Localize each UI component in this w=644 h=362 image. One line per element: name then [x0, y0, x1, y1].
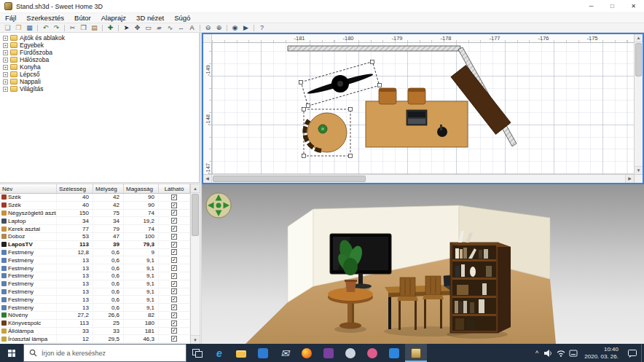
toolbar-new-home-button[interactable]: ❏	[2, 23, 13, 33]
taskbar-app-app-light[interactable]	[339, 344, 361, 362]
furniture-row[interactable]: Festmény 13 0,6 9,1	[0, 272, 200, 280]
furniture-row[interactable]: Festmény 13 0,6 9,1	[0, 304, 200, 312]
taskbar-app-sweet-home-3d[interactable]	[405, 344, 427, 362]
visible-checkbox[interactable]	[171, 242, 177, 248]
catalog-category[interactable]: Konyha	[0, 63, 199, 71]
furniture-row[interactable]: Négyszögletű asztal 150 75 74	[0, 210, 200, 218]
plan-flat-tv[interactable]	[307, 71, 374, 96]
expand-icon[interactable]	[3, 36, 8, 41]
task-view-button[interactable]	[186, 344, 208, 362]
visible-checkbox[interactable]	[171, 202, 177, 208]
visible-checkbox[interactable]	[171, 226, 177, 232]
visible-checkbox[interactable]	[171, 273, 177, 279]
3d-navigation-compass[interactable]	[206, 193, 231, 218]
toolbar-redo-button[interactable]: ↷	[51, 23, 62, 33]
toolbar-add-texts-button[interactable]: A	[186, 23, 197, 33]
visible-checkbox[interactable]	[171, 194, 177, 200]
scroll-down-icon[interactable]: ▼	[635, 166, 643, 174]
plan-vertical-scrollbar[interactable]: ▲ ▼	[634, 34, 643, 174]
menu-item[interactable]: Fájl	[0, 14, 21, 22]
toolbar-open-button[interactable]: ❐	[13, 23, 24, 33]
plan-wall-top[interactable]	[288, 46, 460, 51]
action-center-button[interactable]	[624, 349, 641, 358]
catalog-category[interactable]: Ajtók és ablakok	[0, 34, 199, 42]
maximize-button[interactable]: □	[602, 0, 623, 12]
taskbar-app-app-blue[interactable]	[383, 344, 405, 362]
3d-view-panel[interactable]	[202, 184, 644, 344]
furniture-row[interactable]: Festmény 12,8 0,6 9	[0, 249, 200, 257]
toolbar-undo-button[interactable]: ↶	[40, 23, 51, 33]
furniture-row[interactable]: Növény 27,2 26,6 82	[0, 312, 200, 320]
table-scrollbar[interactable]: ▲ ▼	[190, 184, 200, 344]
toolbar-cut-button[interactable]: ✂	[67, 23, 78, 33]
3d-bookshelf[interactable]	[450, 231, 511, 333]
scroll-left-icon[interactable]: ◀	[203, 175, 212, 183]
furniture-row[interactable]: Festmény 13 0,6 9,1	[0, 264, 200, 272]
hidden-icons-chevron[interactable]: ^	[532, 350, 542, 357]
language-icon[interactable]	[567, 350, 579, 357]
scroll-down-icon[interactable]: ▼	[191, 335, 200, 344]
taskbar-clock[interactable]: 10:40 2020. 03. 26.	[579, 346, 624, 360]
minimize-button[interactable]: ─	[581, 0, 602, 12]
catalog-category[interactable]: Hálószoba	[0, 56, 199, 63]
furniture-row[interactable]: Állólámpa 33 33 181	[0, 328, 200, 336]
visible-checkbox[interactable]	[171, 281, 177, 287]
furniture-row[interactable]: Festmény 13 0,6 9,1	[0, 296, 200, 304]
furniture-row[interactable]: Festmény 13 0,6 9,1	[0, 256, 200, 264]
toolbar-copy-button[interactable]: ❒	[78, 23, 89, 33]
visible-checkbox[interactable]	[171, 249, 177, 255]
visible-checkbox[interactable]	[171, 257, 177, 263]
expand-icon[interactable]	[3, 65, 8, 70]
toolbar-paste-button[interactable]: ▤	[89, 23, 100, 33]
toolbar-help-button[interactable]: ?	[256, 23, 267, 33]
visible-checkbox[interactable]	[171, 234, 177, 240]
expand-icon[interactable]	[3, 58, 8, 63]
visible-checkbox[interactable]	[171, 218, 177, 224]
furniture-row[interactable]: Könyvespolc 113 25 180	[0, 320, 200, 328]
visible-checkbox[interactable]	[171, 296, 177, 302]
menu-item[interactable]: Súgó	[169, 14, 195, 22]
menu-item[interactable]: Szerkesztés	[21, 14, 69, 22]
network-icon[interactable]	[554, 350, 567, 357]
toolbar-create-video-button[interactable]: ▶	[240, 23, 251, 33]
taskbar-app-file-explorer[interactable]	[230, 344, 252, 362]
scroll-thumb[interactable]	[213, 176, 366, 182]
toolbar-select-button[interactable]: ➤	[121, 23, 132, 33]
scroll-thumb[interactable]	[635, 43, 642, 76]
menu-item[interactable]: Bútor	[69, 14, 96, 22]
taskbar-app-photos-app[interactable]	[318, 344, 339, 362]
expand-icon[interactable]	[3, 50, 8, 55]
taskbar-app-mail[interactable]: ✉	[274, 344, 296, 362]
toolbar-create-polylines-button[interactable]: ∿	[165, 23, 176, 33]
column-header-width[interactable]: Szélesség	[57, 184, 93, 193]
furniture-row[interactable]: Szék 40 42 90	[0, 194, 200, 202]
taskbar-app-edge[interactable]: e	[208, 344, 230, 362]
furniture-row[interactable]: Laptop 34 34 19,2	[0, 217, 200, 225]
start-button[interactable]	[0, 344, 23, 362]
plan-laptop[interactable]	[407, 110, 427, 125]
toolbar-create-walls-button[interactable]: ▭	[143, 23, 154, 33]
visible-checkbox[interactable]	[171, 265, 177, 271]
catalog-category[interactable]: Egyebek	[0, 42, 199, 49]
menu-item[interactable]: Alaprajz	[96, 14, 131, 22]
furniture-row[interactable]: Kerek asztal 77 79 74	[0, 225, 200, 233]
catalog-category[interactable]: Fürdőszoba	[0, 49, 199, 56]
visible-checkbox[interactable]	[171, 320, 177, 326]
plan-chair[interactable]	[408, 88, 425, 104]
furniture-row[interactable]: Festmény 13 0,6 9,1	[0, 280, 200, 288]
scroll-thumb[interactable]	[192, 194, 199, 236]
toolbar-create-rooms-button[interactable]: ▰	[154, 23, 165, 33]
column-header-visible[interactable]: Látható	[159, 184, 190, 193]
column-header-depth[interactable]: Mélység	[93, 184, 124, 193]
show-desktop-button[interactable]	[641, 344, 644, 362]
expand-icon[interactable]	[3, 79, 8, 84]
visible-checkbox[interactable]	[171, 304, 177, 310]
scroll-up-icon[interactable]: ▲	[191, 184, 200, 193]
toolbar-create-dimensions-button[interactable]: ↔	[176, 23, 186, 33]
visible-checkbox[interactable]	[171, 328, 177, 334]
plan-horizontal-scrollbar[interactable]: ◀ ▶	[203, 174, 634, 183]
toolbar-add-furniture-button[interactable]: ✚	[105, 23, 116, 33]
toolbar-zoom-in-button[interactable]: ⊕	[213, 23, 224, 33]
catalog-category[interactable]: Világítás	[0, 85, 199, 93]
expand-icon[interactable]	[3, 43, 8, 48]
